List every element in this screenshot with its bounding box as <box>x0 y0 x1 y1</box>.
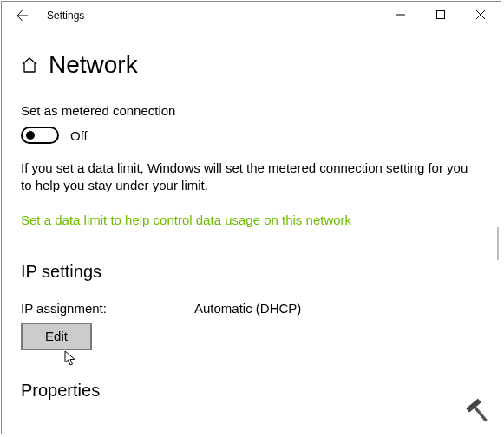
toggle-knob <box>26 131 35 140</box>
page-title: Network <box>49 51 138 79</box>
window-title: Settings <box>47 10 84 22</box>
edit-button[interactable]: Edit <box>21 323 92 350</box>
window-controls <box>381 2 501 28</box>
page-header: Network <box>21 51 481 79</box>
back-button[interactable] <box>2 2 43 29</box>
content-area: Network Set as metered connection Off If… <box>2 29 501 401</box>
svg-rect-0 <box>437 11 445 19</box>
home-icon[interactable] <box>21 56 38 74</box>
svg-rect-2 <box>466 398 481 412</box>
data-limit-link[interactable]: Set a data limit to help control data us… <box>21 212 351 227</box>
ip-assignment-row: IP assignment: Automatic (DHCP) <box>21 301 481 316</box>
metered-toggle-row: Off <box>21 127 481 144</box>
minimize-icon <box>396 10 405 19</box>
metered-toggle[interactable] <box>21 127 59 144</box>
maximize-icon <box>436 10 445 19</box>
arrow-left-icon <box>16 9 29 23</box>
ip-settings-title: IP settings <box>21 262 481 282</box>
metered-label: Set as metered connection <box>21 103 481 118</box>
close-icon <box>476 10 485 19</box>
settings-window: Settings Network Set as metered connecti… <box>1 1 501 434</box>
properties-title: Properties <box>21 381 481 401</box>
minimize-button[interactable] <box>381 2 421 28</box>
metered-state: Off <box>70 128 88 143</box>
close-button[interactable] <box>461 2 501 28</box>
metered-description: If you set a data limit, Windows will se… <box>21 160 481 195</box>
maximize-button[interactable] <box>421 2 461 28</box>
scrollbar[interactable] <box>497 227 499 260</box>
svg-rect-1 <box>472 404 488 422</box>
titlebar: Settings <box>2 2 501 29</box>
ip-assignment-label: IP assignment: <box>21 301 194 316</box>
hammer-watermark-icon <box>464 397 495 428</box>
ip-assignment-value: Automatic (DHCP) <box>194 301 301 316</box>
